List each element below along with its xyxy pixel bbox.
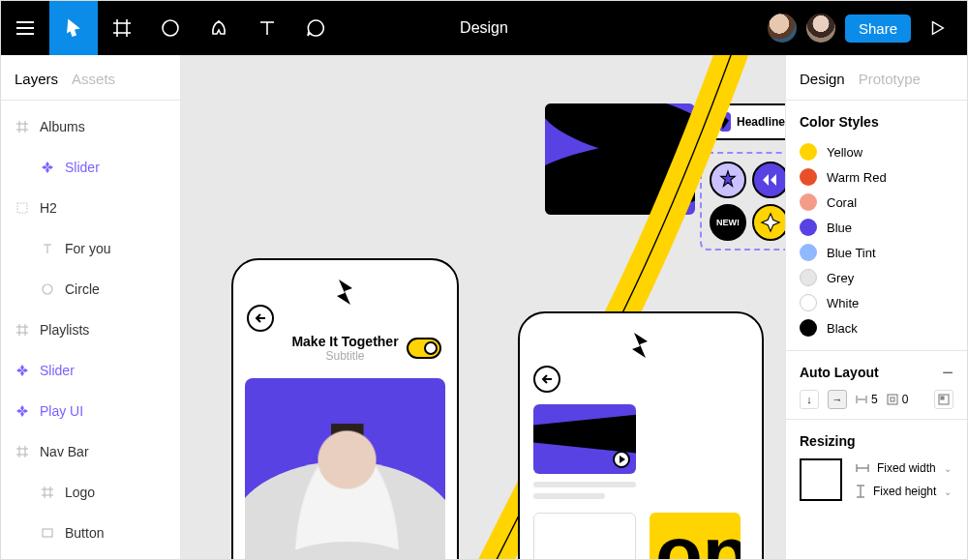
artboard-player[interactable]: Make It Together Subtitle — [231, 258, 459, 559]
color-style-warm-red[interactable]: Warm Red — [800, 164, 953, 190]
back-button[interactable] — [247, 305, 274, 332]
frame-icon — [40, 486, 55, 498]
layer-label: Nav Bar — [40, 444, 89, 459]
tab-layers[interactable]: Layers — [15, 71, 58, 87]
rect-icon — [40, 527, 55, 539]
component-icon — [40, 162, 55, 173]
frame-icon — [15, 121, 30, 133]
padding-field[interactable]: 0 — [887, 393, 909, 406]
canvas[interactable]: Headline NEW! — [181, 55, 785, 559]
color-style-grey[interactable]: Grey — [800, 265, 953, 290]
layer-label: Slider — [65, 160, 100, 175]
swatch-label: Black — [827, 321, 858, 336]
text-tool[interactable] — [243, 1, 291, 55]
collaborator-avatar-1[interactable] — [768, 14, 797, 43]
swatch-icon — [800, 193, 817, 211]
direction-vertical-button[interactable]: ↓ — [800, 390, 819, 409]
svg-rect-30 — [43, 529, 52, 537]
height-resize-mode[interactable]: Fixed height ⌄ — [856, 485, 952, 498]
layer-row-playlists[interactable]: Playlists — [1, 309, 180, 350]
toolbar: Design Share — [1, 1, 967, 55]
app-logo-icon — [520, 333, 762, 358]
artboard-browse[interactable]: op — [518, 311, 764, 559]
direction-horizontal-button[interactable]: → — [828, 390, 847, 409]
comment-tool[interactable] — [291, 1, 340, 55]
layer-row-albums[interactable]: Albums — [1, 106, 180, 147]
color-styles-section: Color Styles YellowWarm RedCoralBlueBlue… — [786, 101, 967, 351]
tab-design[interactable]: Design — [800, 71, 845, 87]
tile-yellow[interactable]: op — [650, 513, 741, 559]
back-button[interactable] — [533, 366, 560, 393]
tile-empty[interactable] — [533, 513, 636, 559]
color-style-yellow[interactable]: Yellow — [800, 139, 953, 164]
swatch-label: Coral — [827, 195, 857, 210]
layer-label: Playlists — [40, 322, 89, 338]
track-header: Make It Together Subtitle — [233, 334, 457, 363]
hamburger-menu[interactable] — [1, 1, 49, 55]
layer-label: Button — [65, 525, 104, 541]
remove-auto-layout-button[interactable]: − — [942, 368, 953, 377]
chevron-down-icon: ⌄ — [944, 463, 952, 474]
ellipse-icon — [40, 283, 55, 295]
layer-row-circle[interactable]: Circle — [1, 269, 180, 309]
layer-row-button[interactable]: Button — [1, 513, 180, 553]
layer-label: H2 — [40, 200, 57, 216]
color-style-black[interactable]: Black — [800, 315, 953, 340]
swatch-label: Blue — [827, 221, 852, 235]
layer-label: Slider — [40, 363, 75, 378]
toolbar-left-group — [1, 1, 340, 55]
swatch-label: Yellow — [827, 145, 862, 160]
left-panel: Layers Assets AlbumsSliderH2For youCircl… — [1, 55, 181, 559]
tab-prototype[interactable]: Prototype — [859, 71, 921, 87]
frame-tool[interactable] — [98, 1, 146, 55]
color-style-blue-tint[interactable]: Blue Tint — [800, 240, 953, 265]
alignment-panel-button[interactable] — [934, 390, 953, 409]
layer-row-for-you[interactable]: For you — [1, 228, 180, 269]
component-icon — [15, 365, 30, 376]
svg-text:op: op — [655, 513, 741, 559]
swatch-icon — [800, 319, 817, 337]
svg-rect-39 — [941, 397, 944, 399]
auto-layout-section: Auto Layout − ↓ → 5 0 — [786, 351, 967, 420]
svg-point-7 — [163, 20, 178, 36]
layer-row-slider[interactable]: Slider — [1, 350, 180, 391]
swatch-icon — [800, 143, 817, 161]
layer-row-h2[interactable]: H2 — [1, 188, 180, 228]
toggle-switch[interactable] — [407, 338, 441, 359]
swatch-label: Warm Red — [827, 170, 887, 185]
auto-layout-controls: ↓ → 5 0 — [800, 390, 953, 409]
tile-caption-placeholder — [533, 482, 636, 499]
color-style-blue[interactable]: Blue — [800, 215, 953, 240]
toolbar-right-group: Share — [768, 1, 967, 55]
tab-assets[interactable]: Assets — [72, 71, 115, 87]
color-style-coral[interactable]: Coral — [800, 190, 953, 215]
play-icon[interactable] — [613, 451, 630, 468]
width-resize-mode[interactable]: Fixed width ⌄ — [856, 461, 952, 475]
layer-row-nav-bar[interactable]: Nav Bar — [1, 431, 180, 472]
layer-row-play-ui[interactable]: Play UI — [1, 391, 180, 431]
svg-rect-36 — [888, 395, 897, 404]
swatch-icon — [800, 269, 817, 286]
layer-label: Play UI — [40, 403, 83, 419]
layer-row-logo[interactable]: Logo — [1, 472, 180, 513]
frame-icon — [15, 324, 30, 336]
album-art — [245, 378, 445, 559]
shape-tool[interactable] — [146, 1, 195, 55]
layer-label: For you — [65, 241, 110, 256]
pen-tool[interactable] — [195, 1, 243, 55]
spacing-field[interactable]: 5 — [856, 393, 878, 406]
color-style-white[interactable]: White — [800, 290, 953, 315]
move-tool[interactable] — [49, 1, 98, 55]
swatch-label: Grey — [827, 271, 854, 285]
track-title: Make It Together — [284, 334, 407, 349]
svg-rect-14 — [17, 203, 27, 213]
present-button[interactable] — [921, 1, 953, 55]
layer-row-slider[interactable]: Slider — [1, 147, 180, 188]
layer-label: Albums — [40, 119, 85, 134]
swatch-label: White — [827, 296, 859, 310]
tile-video[interactable] — [533, 404, 636, 499]
right-panel-tabs: Design Prototype — [786, 55, 967, 101]
share-button[interactable]: Share — [845, 15, 911, 43]
collaborator-avatar-2[interactable] — [806, 14, 835, 43]
resizing-preview[interactable] — [800, 458, 842, 501]
